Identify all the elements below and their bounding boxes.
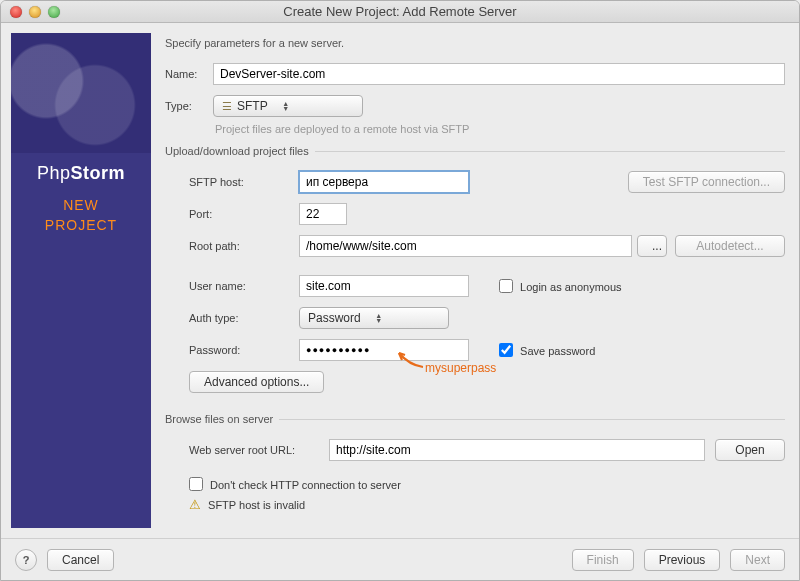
- wizard-sidebar: PhpStorm NEWPROJECT: [11, 33, 151, 528]
- name-input[interactable]: [213, 63, 785, 85]
- window-title: Create New Project: Add Remote Server: [1, 4, 799, 19]
- sidebar-caption: NEWPROJECT: [11, 196, 151, 235]
- label-port: Port:: [189, 208, 299, 220]
- server-icon: ☰: [222, 100, 232, 113]
- label-type: Type:: [165, 100, 213, 112]
- label-sftp-host: SFTP host:: [189, 176, 299, 188]
- label-auth-type: Auth type:: [189, 312, 299, 324]
- fieldset-browse-server: Browse files on server Web server root U…: [165, 413, 785, 512]
- test-connection-button[interactable]: Test SFTP connection...: [628, 171, 785, 193]
- brand-logo: PhpStorm: [11, 163, 151, 184]
- advanced-options-button[interactable]: Advanced options...: [189, 371, 324, 393]
- dont-check-http-checkbox[interactable]: Don't check HTTP connection to server: [189, 477, 785, 491]
- label-user-name: User name:: [189, 280, 299, 292]
- warning-icon: ⚠: [189, 497, 201, 512]
- chevron-updown-icon: ▲▼: [278, 101, 294, 111]
- autodetect-button[interactable]: Autodetect...: [675, 235, 785, 257]
- wizard-footer: ? Cancel Finish Previous Next: [1, 538, 799, 580]
- fieldset-legend-browse: Browse files on server: [165, 413, 279, 425]
- sftp-host-input[interactable]: [299, 171, 469, 193]
- previous-button[interactable]: Previous: [644, 549, 721, 571]
- browse-root-button[interactable]: ...: [637, 235, 667, 257]
- page-intro: Specify parameters for a new server.: [165, 37, 785, 49]
- validation-warning: ⚠ SFTP host is invalid: [189, 497, 785, 512]
- fieldset-upload-download: Upload/download project files SFTP host:…: [165, 145, 785, 403]
- sidebar-graphic: [11, 33, 151, 153]
- label-root-path: Root path:: [189, 240, 299, 252]
- web-root-input[interactable]: [329, 439, 705, 461]
- port-input[interactable]: [299, 203, 347, 225]
- type-hint: Project files are deployed to a remote h…: [215, 123, 785, 135]
- fieldset-legend-updown: Upload/download project files: [165, 145, 315, 157]
- titlebar: Create New Project: Add Remote Server: [1, 1, 799, 23]
- user-name-input[interactable]: [299, 275, 469, 297]
- cancel-button[interactable]: Cancel: [47, 549, 114, 571]
- open-url-button[interactable]: Open: [715, 439, 785, 461]
- next-button[interactable]: Next: [730, 549, 785, 571]
- login-anonymous-checkbox[interactable]: Login as anonymous: [499, 279, 622, 293]
- type-select[interactable]: ☰ SFTP ▲▼: [213, 95, 363, 117]
- chevron-updown-icon: ▲▼: [371, 313, 387, 323]
- label-web-root: Web server root URL:: [189, 444, 329, 456]
- save-password-checkbox[interactable]: Save password: [499, 343, 595, 357]
- root-path-input[interactable]: [299, 235, 632, 257]
- help-button[interactable]: ?: [15, 549, 37, 571]
- label-password: Password:: [189, 344, 299, 356]
- finish-button[interactable]: Finish: [572, 549, 634, 571]
- auth-type-select[interactable]: Password ▲▼: [299, 307, 449, 329]
- password-input[interactable]: [299, 339, 469, 361]
- label-name: Name:: [165, 68, 213, 80]
